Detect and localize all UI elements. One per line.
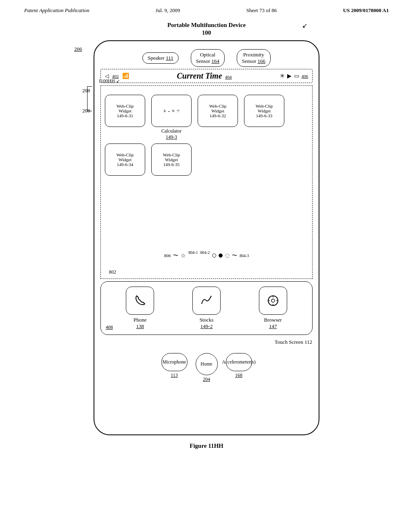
- microphone-circle: Microphone: [161, 353, 188, 371]
- browser-svg: [266, 293, 280, 308]
- accelerometer-circle: Accelerometer(s): [226, 353, 252, 371]
- accelerometer-ref: 168: [235, 372, 242, 378]
- wifi-icon: 📶: [122, 73, 129, 79]
- date-text: Jul. 9, 2009: [156, 7, 180, 14]
- pub-label: Patent Application Publication: [24, 7, 90, 14]
- device-title-area: Portable Multifunction Device 100 ↙: [94, 22, 319, 36]
- dot-804-2-label: 804-2: [200, 250, 210, 255]
- widget-149-6-33: Web-ClipWidget149-6-33: [244, 95, 284, 127]
- sheet-text: Sheet 73 of 86: [246, 7, 277, 14]
- widget-box-31: Web-ClipWidget149-6-31: [105, 95, 145, 127]
- star-icon: ☆: [181, 252, 186, 259]
- status-ref-404: 404: [225, 75, 232, 79]
- wave-icon: 〜: [173, 252, 178, 259]
- widget-box-34: Web-ClipWidget149-6-34: [105, 143, 145, 176]
- ref-804-3: 804-3: [240, 254, 249, 258]
- status-ref-402: 402: [112, 74, 119, 79]
- dot-empty: [212, 254, 216, 258]
- dock-item-browser: Browser147: [259, 287, 287, 330]
- status-bar: ◁ 402 📶 Current Time 404 ✳ ▶ ▭ 406: [100, 69, 313, 83]
- current-time-label: Current Time: [177, 71, 222, 80]
- phone-icon-box: [126, 287, 154, 315]
- widgets-row-2: Web-ClipWidget149-6-34 Web-ClipWidget149…: [105, 143, 308, 176]
- widgets-row-1: Web-ClipWidget149-6-31 + - × ÷ Calculato…: [105, 95, 308, 140]
- home-circle: Home: [196, 353, 218, 375]
- bottom-item-accelerometer: Accelerometer(s) 168: [226, 353, 252, 382]
- label-408: 408: [106, 324, 113, 330]
- label-802: 802: [109, 269, 116, 275]
- sensor-speaker: Speaker 111: [142, 52, 179, 64]
- ref-806: 806: [164, 253, 171, 258]
- device-outer: 206 208 208 Speaker 111 OpticalSensor 16…: [94, 40, 319, 435]
- phone-label: Phone138: [133, 317, 147, 330]
- home-ref: 204: [203, 376, 210, 382]
- sensors-area: Speaker 111 OpticalSensor 164 ProximityS…: [94, 41, 319, 69]
- stocks-icon-box: [192, 287, 221, 315]
- figure-container: Portable Multifunction Device 100 ↙ 206 …: [0, 18, 413, 457]
- bottom-item-home: Home 204: [196, 353, 218, 382]
- label-1100hh: 1100HH ↙: [98, 78, 120, 84]
- status-center: Current Time 404: [177, 71, 232, 81]
- dock-area: Phone138 Stocks149-2: [100, 281, 313, 335]
- bluetooth-icon: ✳: [280, 73, 285, 79]
- sensor-optical: OpticalSensor 164: [191, 49, 225, 67]
- widget-box-35: Web-ClipWidget149-6-35: [151, 143, 192, 176]
- widget-calculator: + - × ÷ Calculator149-3: [151, 95, 192, 140]
- dot-filled: [219, 254, 223, 258]
- widget-149-6-31: Web-ClipWidget149-6-31: [105, 95, 145, 127]
- phone-svg: [133, 293, 147, 308]
- status-ref-406: 406: [302, 74, 309, 79]
- device-number: 100: [94, 29, 319, 36]
- dock-item-phone: Phone138: [126, 287, 154, 330]
- widget-149-6-32: Web-ClipWidget149-6-32: [198, 95, 238, 127]
- touch-screen-label: Touch Screen 112: [94, 337, 319, 347]
- bottom-components: Microphone 113 Home 204 Accelerometer(s)…: [94, 347, 319, 391]
- bottom-item-microphone: Microphone 113: [161, 353, 188, 382]
- device-title: Portable Multifunction Device: [94, 22, 319, 29]
- wave-2-icon: 〜: [232, 252, 237, 259]
- dock-item-stocks: Stocks149-2: [192, 287, 221, 330]
- stocks-label: Stocks149-2: [200, 317, 214, 330]
- bracket-208: [87, 86, 92, 111]
- microphone-ref: 113: [171, 372, 178, 378]
- svg-point-1: [271, 299, 275, 302]
- label-206: 206: [74, 46, 82, 52]
- patent-number: US 2009/0178008 A1: [343, 7, 389, 14]
- screen-content: Web-ClipWidget149-6-31 + - × ÷ Calculato…: [100, 85, 313, 279]
- calc-label: Calculator149-3: [161, 128, 181, 140]
- status-right: ✳ ▶ ▭ 406: [280, 73, 309, 79]
- dot-partial: ◌: [225, 252, 229, 259]
- sensor-proximity: ProximitySensor 166: [237, 49, 271, 67]
- ref-804-1: 804-1: [188, 250, 198, 255]
- browser-label: Browser147: [264, 317, 282, 330]
- corner-arrow: ↙: [302, 22, 307, 29]
- stocks-svg: [199, 293, 214, 308]
- widget-149-6-35: Web-ClipWidget149-6-35: [151, 143, 192, 176]
- page-indicator-row: 802 806 〜 ☆ 804-1 804-2 ◌ 〜 804-3: [105, 250, 308, 261]
- calc-box: + - × ÷: [151, 95, 192, 127]
- empty-space: [105, 178, 308, 250]
- widget-149-6-34: Web-ClipWidget149-6-34: [105, 143, 145, 176]
- patent-header: Patent Application Publication Jul. 9, 2…: [0, 0, 413, 18]
- figure-caption: Figure 11HH: [190, 443, 223, 449]
- browser-icon-box: [259, 287, 287, 315]
- widget-box-33: Web-ClipWidget149-6-33: [244, 95, 284, 127]
- battery-icon: ▭: [294, 73, 299, 79]
- play-icon: ▶: [287, 73, 292, 79]
- widget-box-32: Web-ClipWidget149-6-32: [198, 95, 238, 127]
